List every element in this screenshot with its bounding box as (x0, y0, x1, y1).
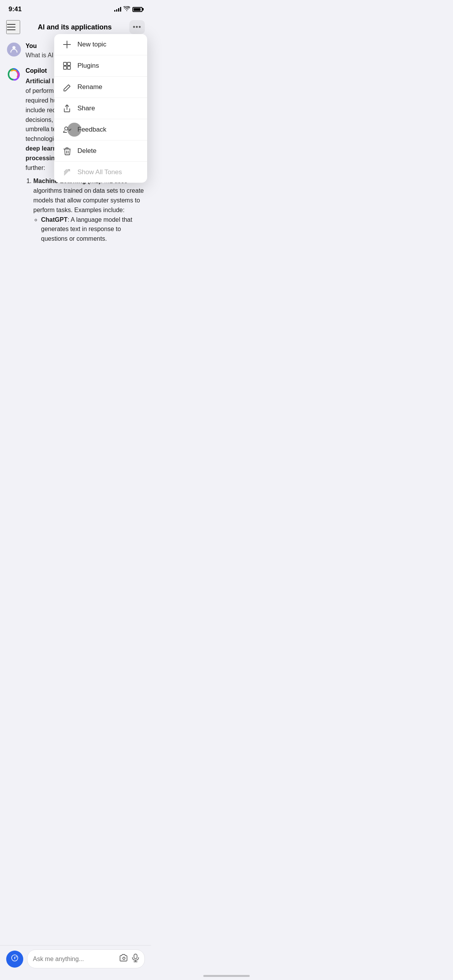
menu-item-show-all-tones-label: Show All Tones (77, 168, 122, 176)
menu-item-show-all-tones[interactable]: Show All Tones (54, 162, 147, 183)
menu-item-share[interactable]: Share (54, 98, 147, 119)
pencil-icon (62, 82, 72, 92)
dropdown-overlay[interactable]: New topic Plugins Rename (0, 0, 151, 327)
menu-item-rename-label: Rename (77, 83, 102, 91)
menu-item-rename[interactable]: Rename (54, 77, 147, 98)
menu-item-feedback[interactable]: Feedback (54, 119, 147, 140)
menu-item-new-topic-label: New topic (77, 41, 106, 48)
menu-item-share-label: Share (77, 105, 95, 112)
svg-rect-6 (63, 66, 67, 69)
menu-item-delete[interactable]: Delete (54, 140, 147, 162)
svg-rect-5 (67, 62, 70, 65)
menu-item-plugins-label: Plugins (77, 62, 99, 70)
feedback-icon (62, 125, 72, 135)
menu-item-feedback-label: Feedback (77, 126, 106, 134)
plugins-icon (62, 61, 72, 71)
menu-item-delete-label: Delete (77, 147, 96, 155)
svg-point-9 (65, 127, 68, 130)
share-icon (62, 103, 72, 113)
dropdown-menu: New topic Plugins Rename (54, 34, 147, 183)
svg-rect-4 (63, 62, 67, 65)
menu-item-new-topic[interactable]: New topic (54, 34, 147, 55)
magic-icon (62, 167, 72, 177)
plus-icon (62, 39, 72, 50)
svg-rect-7 (67, 66, 70, 69)
trash-icon (62, 146, 72, 156)
menu-item-plugins[interactable]: Plugins (54, 55, 147, 77)
